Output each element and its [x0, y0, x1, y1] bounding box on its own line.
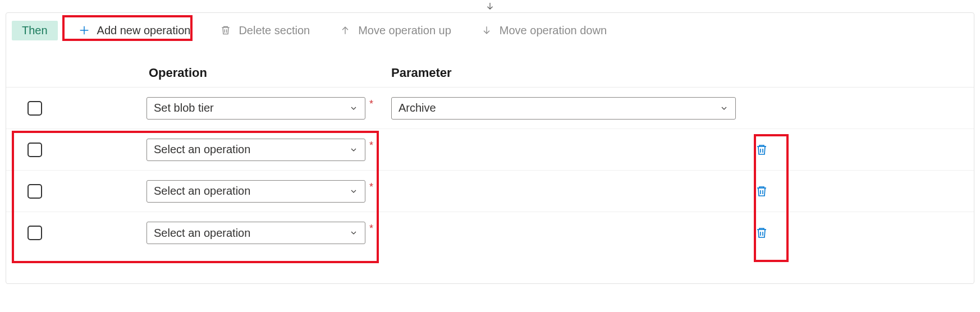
required-indicator: * — [369, 181, 373, 193]
move-operation-down-button[interactable]: Move operation down — [473, 21, 615, 40]
delete-row-button[interactable] — [754, 225, 770, 241]
column-header-operation: Operation — [146, 66, 382, 80]
arrow-down-icon — [485, 1, 495, 11]
trash-icon — [219, 24, 232, 36]
add-new-operation-label: Add new operation — [97, 24, 191, 37]
row-checkbox[interactable] — [28, 143, 42, 157]
required-indicator: * — [369, 98, 373, 110]
operation-select[interactable]: Set blob tier — [146, 97, 365, 120]
row-checkbox[interactable] — [28, 226, 42, 240]
row-checkbox[interactable] — [28, 184, 42, 199]
trash-icon — [755, 143, 768, 157]
add-new-operation-button[interactable]: Add new operation — [70, 21, 199, 40]
table-header: Operation Parameter — [6, 59, 974, 88]
table-row: Select an operation * — [6, 171, 974, 212]
operation-select-value: Select an operation — [154, 227, 349, 240]
then-label: Then — [12, 21, 58, 40]
operation-select[interactable]: Select an operation — [146, 222, 365, 244]
toolbar: Then Add new operation — [6, 13, 974, 43]
delete-section-label: Delete section — [239, 24, 310, 37]
arrow-down-icon — [480, 24, 493, 36]
row-checkbox[interactable] — [28, 101, 42, 116]
move-operation-up-button[interactable]: Move operation up — [331, 21, 459, 40]
parameter-select[interactable]: Archive — [391, 97, 736, 120]
operation-select-value: Set blob tier — [154, 102, 349, 114]
delete-section-button[interactable]: Delete section — [212, 21, 318, 40]
then-panel: Then Add new operation — [6, 12, 974, 284]
parameter-select-value: Archive — [399, 102, 720, 114]
delete-row-button[interactable] — [754, 142, 770, 158]
chevron-down-icon — [349, 145, 358, 154]
table-row: Set blob tier * Archive — [6, 88, 974, 129]
trash-icon — [755, 185, 768, 198]
chevron-down-icon — [349, 187, 358, 196]
move-down-label: Move operation down — [500, 24, 607, 37]
arrow-up-icon — [339, 24, 351, 36]
required-indicator: * — [369, 223, 373, 235]
chevron-down-icon — [720, 104, 729, 113]
column-header-parameter: Parameter — [382, 66, 753, 80]
delete-row-button[interactable] — [754, 183, 770, 199]
operations-table: Operation Parameter Set blob tier * — [6, 59, 974, 254]
chevron-down-icon — [349, 228, 358, 237]
operation-select-value: Select an operation — [154, 185, 349, 198]
chevron-down-icon — [349, 104, 358, 113]
plus-icon — [78, 24, 90, 36]
required-indicator: * — [369, 140, 373, 152]
table-row: Select an operation * — [6, 212, 974, 254]
trash-icon — [755, 226, 768, 240]
operation-select-value: Select an operation — [154, 143, 349, 156]
operation-select[interactable]: Select an operation — [146, 139, 365, 161]
table-row: Select an operation * — [6, 129, 974, 171]
move-up-label: Move operation up — [358, 24, 451, 37]
operation-select[interactable]: Select an operation — [146, 180, 365, 203]
